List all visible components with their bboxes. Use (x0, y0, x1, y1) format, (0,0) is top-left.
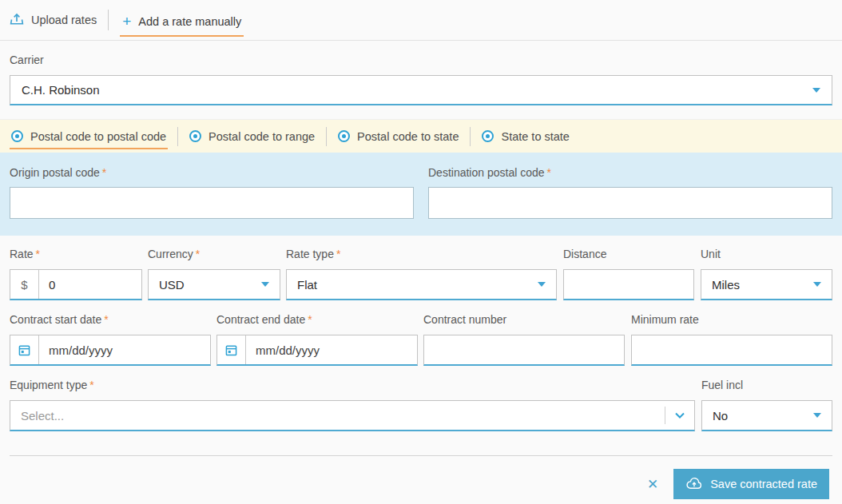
toolbar-divider (108, 10, 109, 30)
tab-label: State to state (501, 130, 569, 143)
tab-divider (177, 127, 178, 146)
minimum-rate-label: Minimum rate (631, 313, 832, 326)
tab-postal-to-state[interactable]: Postal code to state (336, 127, 460, 149)
close-icon[interactable]: ✕ (647, 478, 658, 491)
fuel-incl-select[interactable]: No (701, 400, 832, 431)
rate-type-tabs: Postal code to postal code Postal code t… (0, 119, 842, 153)
upload-icon (10, 13, 24, 28)
rate-input-group: $ (10, 269, 142, 300)
contract-number-input[interactable] (424, 335, 624, 364)
required-marker: * (104, 313, 108, 326)
plus-icon: + (122, 14, 131, 29)
required-marker: * (547, 166, 551, 179)
carrier-select[interactable]: C.H. Robinson (10, 75, 832, 105)
destination-postal-label: Destination postal code* (428, 166, 832, 179)
contract-end-label: Contract end date* (216, 313, 418, 326)
required-marker: * (102, 166, 106, 179)
unit-select[interactable]: Miles (701, 269, 832, 300)
tab-label: Postal code to state (357, 130, 459, 143)
tab-label: Postal code to range (209, 130, 315, 143)
dropdown-arrow-icon (813, 282, 821, 287)
dropdown-arrow-icon (261, 282, 269, 287)
radio-icon (189, 130, 201, 142)
origin-postal-input[interactable] (10, 187, 414, 219)
rate-label: Rate* (10, 248, 142, 260)
postal-code-section: Origin postal code* Destination postal c… (0, 153, 842, 236)
unit-value: Miles (712, 278, 740, 292)
equipment-type-select[interactable]: Select... (10, 400, 695, 431)
carrier-section: Carrier C.H. Robinson (0, 41, 842, 119)
add-rate-manually-tab[interactable]: + Add a rate manually (120, 10, 244, 37)
dropdown-arrow-icon (813, 413, 821, 418)
equipment-type-placeholder: Select... (21, 409, 64, 423)
carrier-value: C.H. Robinson (22, 83, 100, 97)
tab-postal-to-range[interactable]: Postal code to range (188, 127, 316, 149)
rate-type-value: Flat (297, 278, 317, 292)
currency-label: Currency* (148, 248, 280, 260)
distance-input[interactable] (564, 270, 693, 299)
rate-type-select[interactable]: Flat (286, 269, 557, 300)
minimum-rate-input[interactable] (632, 335, 832, 364)
contract-end-input[interactable] (246, 335, 417, 364)
save-button-label: Save contracted rate (710, 478, 817, 490)
origin-postal-label: Origin postal code* (10, 166, 414, 179)
fuel-incl-label: Fuel incl (701, 379, 832, 391)
tab-state-to-state[interactable]: State to state (480, 127, 570, 149)
upload-rates-label: Upload rates (31, 14, 97, 26)
fuel-incl-value: No (713, 409, 728, 423)
calendar-icon[interactable] (10, 335, 39, 364)
currency-select[interactable]: USD (148, 269, 280, 300)
distance-label: Distance (563, 248, 694, 260)
cloud-upload-icon (685, 477, 702, 492)
minimum-rate-box (631, 335, 832, 366)
dropdown-arrow-icon (538, 282, 546, 287)
required-marker: * (308, 313, 312, 326)
contract-number-label: Contract number (423, 313, 625, 326)
currency-symbol: $ (10, 270, 39, 299)
select-divider (665, 407, 665, 424)
currency-value: USD (159, 278, 185, 292)
rate-form: Rate* $ Currency* USD Rate type* Flat Di… (0, 236, 842, 431)
required-marker: * (89, 379, 93, 391)
save-contracted-rate-button[interactable]: Save contracted rate (673, 469, 829, 499)
tab-divider (326, 127, 327, 146)
distance-input-box (563, 269, 694, 300)
radio-icon (338, 130, 350, 142)
toolbar: Upload rates + Add a rate manually (0, 0, 842, 41)
carrier-label: Carrier (10, 54, 832, 66)
tab-postal-to-postal[interactable]: Postal code to postal code (10, 127, 168, 149)
contract-start-group (10, 335, 211, 366)
dropdown-arrow-icon (812, 88, 820, 93)
contract-end-group (216, 335, 418, 366)
tab-label: Postal code to postal code (30, 130, 166, 143)
radio-selected-icon (11, 130, 23, 142)
required-marker: * (196, 248, 200, 260)
tab-divider (470, 127, 471, 146)
equipment-type-label: Equipment type* (10, 379, 695, 391)
contract-number-box (423, 335, 625, 366)
contract-start-label: Contract start date* (10, 313, 211, 326)
upload-rates-button[interactable]: Upload rates (10, 13, 97, 28)
destination-postal-input[interactable] (428, 187, 832, 219)
contract-start-input[interactable] (39, 335, 210, 364)
chevron-down-icon (674, 411, 685, 420)
equipment-chevron-zone (665, 401, 694, 430)
required-marker: * (36, 248, 40, 260)
footer: ✕ Save contracted rate (0, 456, 842, 499)
unit-label: Unit (701, 248, 832, 260)
radio-icon (482, 130, 494, 142)
required-marker: * (336, 248, 340, 260)
add-rate-manually-label: Add a rate manually (138, 15, 241, 28)
rate-type-label: Rate type* (286, 248, 557, 260)
rate-input[interactable] (39, 270, 141, 299)
calendar-icon[interactable] (217, 335, 246, 364)
